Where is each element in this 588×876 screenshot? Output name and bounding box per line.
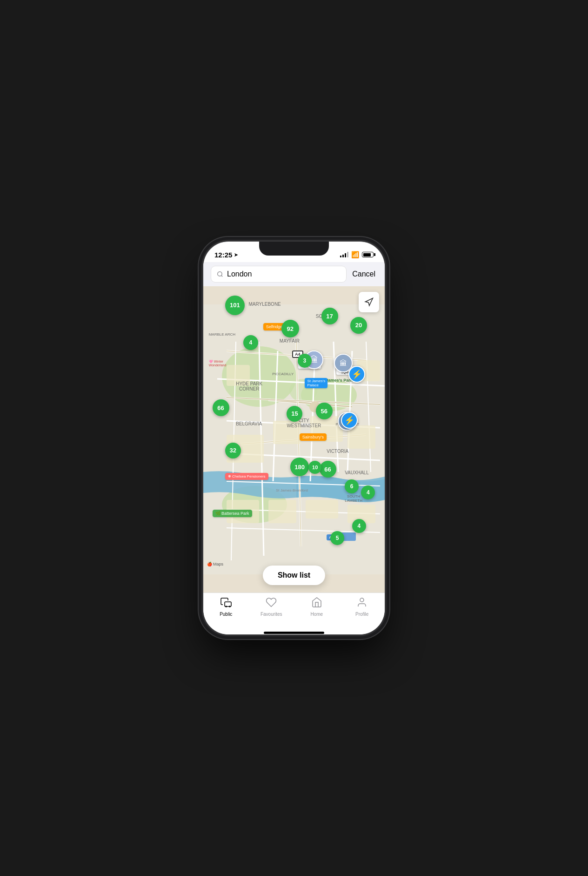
search-bar: London Cancel [203,262,385,286]
status-time: 12:25 ➤ [214,251,238,259]
cluster-92[interactable]: 92 [281,320,299,337]
public-icon [220,597,232,610]
svg-rect-37 [306,500,338,519]
tab-profile[interactable]: Profile [340,597,385,617]
search-input-wrapper[interactable]: London [211,266,347,283]
cluster-4a[interactable]: 4 [243,335,258,350]
favourites-icon [266,597,277,610]
svg-point-0 [218,272,222,276]
map-area[interactable]: MARYLEBONE SOHO MAYFAIR HYDE PARK CORNER… [203,286,385,593]
cluster-17[interactable]: 17 [321,308,338,324]
search-value[interactable]: London [227,270,252,278]
cluster-4b[interactable]: 4 [361,485,375,499]
lightning-marker-2: ⚡ [341,412,358,429]
cluster-6[interactable]: 6 [345,479,359,493]
home-indicator [203,631,385,634]
battery-icon [362,252,374,257]
cancel-button[interactable]: Cancel [350,270,377,278]
location-icon [364,297,374,307]
apple-maps-credit: 🍎 🍎Maps Maps [207,562,223,566]
poi-stj-palace: St James'sPalace [305,378,327,388]
notch [259,242,329,256]
cluster-66b[interactable]: 66 [320,461,336,478]
cluster-20[interactable]: 20 [350,317,367,334]
svg-marker-48 [366,298,373,306]
tab-favourites[interactable]: Favourites [249,597,294,617]
location-arrow-icon: ➤ [234,252,238,257]
cluster-101[interactable]: 101 [225,296,245,315]
location-button[interactable] [359,292,379,312]
tab-favourites-label: Favourites [261,612,282,617]
poi-sainsburys: Sainsbury's [300,433,327,441]
svg-rect-39 [227,365,250,386]
cluster-32[interactable]: 32 [225,443,241,458]
apple-logo: 🍎 [207,562,212,566]
phone-screen: 12:25 ➤ 📶 [203,242,385,634]
svg-rect-36 [268,500,296,523]
cluster-56[interactable]: 56 [316,403,333,419]
svg-point-52 [360,598,364,602]
status-icons: 📶 [340,251,374,258]
profile-icon [356,597,368,610]
show-list-button[interactable]: Show list [263,566,325,585]
poi-battersea: 🌿 Battersea Park [213,510,252,517]
cluster-4c[interactable]: 4 [352,519,366,533]
maps-label: Maps [213,562,223,566]
wifi-icon: 📶 [351,251,359,258]
svg-text:🏛: 🏛 [340,359,347,367]
home-bar [264,632,324,634]
signal-icon [340,252,348,257]
tab-home[interactable]: Home [294,597,340,617]
tab-bar: Public Favourites Home [203,593,385,631]
svg-rect-32 [273,421,301,444]
poi-chelsea: ❋ Chelsea Pensioners [225,473,268,480]
lightning-marker-1: ⚡ [348,366,365,383]
tab-home-label: Home [310,612,323,617]
poi-winter: 🩷 WinterWonderland [209,360,227,367]
search-icon [217,271,223,277]
tab-public[interactable]: Public [203,597,249,617]
svg-line-1 [221,276,223,277]
tab-profile-label: Profile [355,612,368,617]
cluster-66a[interactable]: 66 [213,399,229,416]
cluster-3[interactable]: 3 [298,354,312,368]
phone-frame: 12:25 ➤ 📶 [203,242,385,634]
tab-public-label: Public [220,612,232,617]
cluster-15[interactable]: 15 [287,406,302,422]
time-display: 12:25 [214,251,232,259]
home-icon [311,597,322,610]
